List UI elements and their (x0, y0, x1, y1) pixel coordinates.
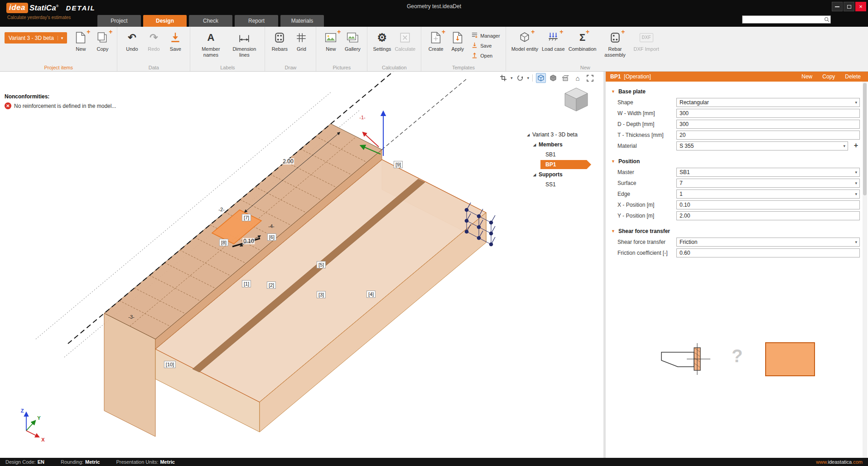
settings-button[interactable]: ⚙ Settings (371, 28, 393, 63)
y-position-input[interactable] (676, 211, 860, 220)
expander-icon[interactable]: ◢ (532, 173, 537, 177)
load-case-button[interactable]: + Load case (540, 28, 567, 63)
plate-plan-view-diagram (765, 342, 815, 376)
tree-item-ss1[interactable]: SS1 (526, 180, 603, 189)
width-input[interactable] (676, 109, 860, 118)
template-create-button[interactable]: + Create (425, 28, 447, 63)
model-entity-button[interactable]: + Model entity (510, 28, 540, 63)
copy-project-item-button[interactable]: + Copy (92, 28, 113, 63)
x-position-input[interactable] (676, 200, 860, 209)
section-position[interactable]: ▼ Position (606, 158, 862, 165)
shape-select[interactable]: Rectangular ▾ (676, 98, 860, 107)
add-material-button[interactable]: + (854, 142, 858, 149)
master-select[interactable]: SB1 ▾ (676, 168, 860, 177)
wireframe-cube-icon[interactable] (536, 73, 546, 83)
minimize-button[interactable] (832, 2, 843, 11)
viewport-3d[interactable]: Z Y X Nonconformities: ✕ No reinforcemen… (0, 72, 603, 458)
tab-check[interactable]: Check (189, 15, 232, 27)
button-label: Save (480, 43, 492, 49)
rebars-button[interactable]: Rebars (269, 28, 290, 63)
navigation-cube[interactable] (564, 87, 589, 114)
ribbon-group-new: + Model entity + Load case Σ+ Combinatio… (506, 27, 665, 71)
chevron-down-icon[interactable]: ▾ (527, 76, 530, 80)
tab-report[interactable]: Report (235, 15, 278, 27)
operation-new-button[interactable]: New (801, 73, 812, 80)
scrollbar-thumb[interactable] (863, 83, 867, 195)
button-label: Load case (542, 46, 565, 52)
tab-materials[interactable]: Materials (280, 15, 324, 27)
maximize-button[interactable] (844, 2, 854, 11)
fullscreen-icon[interactable] (585, 73, 595, 83)
tree-group-supports[interactable]: ◢ Supports (526, 170, 603, 180)
plus-badge-icon: + (442, 28, 445, 35)
tab-design[interactable]: Design (143, 15, 187, 27)
scene-3d[interactable] (0, 72, 603, 458)
depth-input[interactable] (676, 120, 860, 129)
friction-coefficient-input[interactable] (676, 248, 860, 257)
clipping-plane-icon[interactable] (560, 73, 570, 83)
rotate-view-icon[interactable] (515, 73, 525, 83)
prop-row-edge: Edge 1 ▾ (606, 189, 862, 199)
chevron-down-icon[interactable]: ▾ (511, 76, 513, 80)
chevron-down-icon: ▾ (855, 240, 859, 244)
prop-label: Edge (617, 191, 630, 197)
dxf-import-button[interactable]: DXF DXF Import (632, 28, 661, 63)
member-names-button[interactable]: A Member names (194, 28, 227, 63)
redo-icon: ↷ (149, 30, 158, 45)
panel-scrollbar[interactable] (863, 82, 867, 458)
save-button[interactable]: Save (164, 28, 186, 63)
tree-item-bp1-selected[interactable]: BP1 (526, 160, 603, 170)
button-label: Create (429, 46, 444, 52)
collapse-chevron-icon: ▼ (611, 159, 615, 164)
calculate-button[interactable]: Calculate (393, 28, 417, 63)
prop-row-depth: D - Depth [mm] (606, 119, 862, 130)
home-view-icon[interactable]: ⌂ (573, 73, 583, 83)
gear-icon: ⚙ (377, 30, 387, 45)
chevron-down-icon: ▾ (843, 144, 848, 148)
section-shear-force-transfer[interactable]: ▼ Shear force transfer (606, 228, 862, 234)
new-project-item-button[interactable]: + New (70, 28, 92, 63)
operation-copy-button[interactable]: Copy (822, 73, 835, 80)
template-manager-button[interactable]: Manager (471, 32, 500, 39)
redo-button[interactable]: ↷ Redo (143, 28, 164, 63)
template-save-button[interactable]: Save (471, 42, 500, 49)
variant-dropdown[interactable]: Variant 3 - 3D beta ▾ (5, 32, 67, 44)
prop-label: Friction coefficient [-] (617, 250, 667, 256)
tree-item-sb1[interactable]: SB1 (526, 150, 603, 160)
ribbon-group-draw: Rebars Grid Draw (265, 27, 316, 71)
chevron-down-icon: ▾ (855, 192, 859, 196)
gallery-button[interactable]: Gallery (342, 28, 363, 63)
section-base-plate[interactable]: ▼ Base plate (606, 88, 862, 95)
website-link[interactable]: www.ideastatica.com (816, 459, 863, 465)
template-apply-button[interactable]: Apply (447, 28, 468, 63)
expander-icon[interactable]: ◢ (532, 143, 537, 147)
dimension-lines-button[interactable]: Dimension lines (227, 28, 261, 63)
rebar-assembly-button[interactable]: + Rebar assembly (598, 28, 632, 63)
combination-button[interactable]: Σ+ Combination (567, 28, 598, 63)
ribbon-group-data: ↶ Undo ↷ Redo Save Data (117, 27, 190, 71)
close-button[interactable]: × (855, 2, 866, 11)
operation-delete-button[interactable]: Delete (845, 73, 861, 80)
section-tool-icon[interactable] (498, 73, 508, 83)
new-picture-button[interactable]: + New (320, 28, 342, 63)
section-title: Position (618, 158, 640, 165)
template-open-button[interactable]: Open (471, 52, 500, 59)
tab-project[interactable]: Project (97, 15, 141, 27)
group-label: Calculation (367, 65, 421, 70)
ribbon-group-labels: A Member names Dimension lines Labels (190, 27, 265, 71)
solid-cube-icon[interactable] (548, 73, 558, 83)
tree-root-variant[interactable]: ◢ Variant 3 - 3D beta (526, 130, 603, 140)
thickness-input[interactable] (676, 131, 860, 140)
undo-button[interactable]: ↶ Undo (121, 28, 143, 63)
template-create-icon: + (430, 30, 441, 45)
surface-select[interactable]: 7 ▾ (676, 179, 860, 188)
edge-select[interactable]: 1 ▾ (676, 189, 860, 199)
search-box[interactable] (742, 15, 831, 24)
tree-group-members[interactable]: ◢ Members (526, 140, 603, 150)
material-select[interactable]: S 355 ▾ (676, 141, 848, 150)
shear-transfer-select[interactable]: Friction ▾ (676, 238, 860, 247)
master-value: SB1 (680, 169, 690, 175)
search-input[interactable] (743, 16, 823, 23)
grid-button[interactable]: Grid (290, 28, 312, 63)
expander-icon[interactable]: ◢ (526, 133, 531, 137)
